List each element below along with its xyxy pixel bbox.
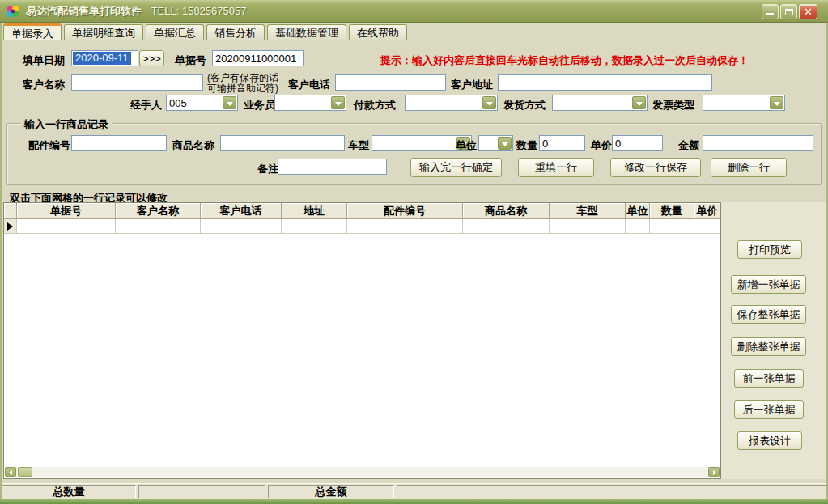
line-entry-group-title: 输入一行商品记录 bbox=[21, 117, 112, 132]
grid-cell[interactable] bbox=[201, 219, 282, 234]
window-title: 易达汽配销售单打印软件 TELL: 15825675057 bbox=[26, 0, 246, 23]
print-preview-button[interactable]: 打印预览 bbox=[737, 240, 802, 259]
amount-label: 金额 bbox=[678, 138, 699, 153]
grid-cell[interactable] bbox=[282, 219, 347, 234]
amount-input[interactable] bbox=[703, 135, 813, 151]
grid-cell[interactable] bbox=[626, 219, 650, 234]
unit-price-input[interactable] bbox=[612, 135, 663, 151]
tab-sales-analysis[interactable]: 销售分析 bbox=[206, 24, 265, 40]
quantity-input[interactable] bbox=[539, 135, 585, 151]
grid-cell[interactable] bbox=[463, 219, 550, 234]
scroll-left-button[interactable] bbox=[5, 467, 16, 477]
customer-name-input[interactable] bbox=[71, 74, 203, 91]
new-order-button[interactable]: 新增一张单据 bbox=[731, 275, 806, 294]
grid-header-row: 单据号 客户名称 客户电话 地址 配件编号 商品名称 车型 单位 数量 单价 bbox=[4, 203, 720, 219]
customer-name-label: 客户名称 bbox=[23, 78, 65, 92]
handler-select[interactable]: 005 bbox=[166, 95, 238, 111]
salesman-select[interactable] bbox=[274, 95, 346, 111]
column-header-unit-price[interactable]: 单价 bbox=[694, 203, 720, 219]
maximize-button[interactable] bbox=[780, 4, 797, 19]
shipping-method-label: 发货方式 bbox=[503, 98, 546, 112]
remark-input[interactable] bbox=[278, 159, 387, 175]
customer-address-label: 客户地址 bbox=[451, 78, 493, 92]
status-bar: 总数量 总金额 bbox=[0, 483, 828, 499]
modify-line-save-button[interactable]: 修改一行保存 bbox=[610, 158, 701, 177]
tab-online-help[interactable]: 在线帮助 bbox=[349, 24, 407, 40]
column-header-part-no[interactable]: 配件编号 bbox=[347, 203, 463, 219]
scroll-right-button[interactable] bbox=[708, 467, 720, 477]
customer-address-input[interactable] bbox=[498, 74, 712, 91]
total-quantity-value bbox=[138, 485, 265, 498]
title-bar: 易达汽配销售单打印软件 TELL: 15825675057 ✕ bbox=[0, 0, 828, 23]
report-design-button[interactable]: 报表设计 bbox=[737, 431, 802, 450]
grid-cell[interactable] bbox=[116, 219, 201, 234]
orders-data-grid[interactable]: 单据号 客户名称 客户电话 地址 配件编号 商品名称 车型 单位 数量 单价 bbox=[3, 202, 721, 479]
customer-phone-label: 客户电话 bbox=[288, 78, 330, 92]
order-date-label: 填单日期 bbox=[23, 53, 65, 68]
order-date-input[interactable]: 2020-09-11 bbox=[71, 50, 138, 66]
scrollbar-thumb[interactable] bbox=[18, 467, 32, 477]
dropdown-arrow-icon[interactable] bbox=[223, 96, 236, 109]
delete-line-button[interactable]: 删除一行 bbox=[711, 158, 787, 177]
customer-phone-input[interactable] bbox=[335, 74, 446, 91]
product-name-input[interactable] bbox=[220, 135, 345, 151]
part-no-input[interactable] bbox=[71, 135, 167, 151]
close-button[interactable]: ✕ bbox=[799, 4, 817, 19]
column-header-car-model[interactable]: 车型 bbox=[550, 203, 626, 219]
input-hint-text: 提示：输入好内容后直接回车光标自动往后移动，数据录入过一次后自动保存！ bbox=[380, 53, 749, 68]
invoice-type-select[interactable] bbox=[703, 95, 785, 111]
next-order-button[interactable]: 后一张单据 bbox=[734, 400, 804, 419]
refill-line-button[interactable]: 重填一行 bbox=[518, 158, 594, 177]
grid-cell[interactable] bbox=[650, 219, 694, 234]
part-no-label: 配件编号 bbox=[28, 138, 70, 153]
dropdown-arrow-icon[interactable] bbox=[331, 96, 345, 109]
quantity-label: 数量 bbox=[516, 138, 537, 153]
grid-cell[interactable] bbox=[694, 219, 720, 234]
tab-order-entry[interactable]: 单据录入 bbox=[3, 23, 62, 40]
payment-method-label: 付款方式 bbox=[354, 98, 396, 112]
tab-bar: 单据录入 单据明细查询 单据汇总 销售分析 基础数据管理 在线帮助 bbox=[3, 23, 407, 40]
horizontal-scrollbar[interactable] bbox=[5, 467, 720, 477]
column-header-quantity[interactable]: 数量 bbox=[650, 203, 694, 219]
customer-note-line2: 可输拼音助记符) bbox=[207, 83, 278, 94]
column-header-address[interactable]: 地址 bbox=[282, 203, 347, 219]
remark-label: 备注 bbox=[257, 162, 278, 176]
grid-cell[interactable] bbox=[550, 219, 626, 234]
shipping-method-select[interactable] bbox=[552, 95, 648, 111]
grid-current-row[interactable] bbox=[4, 219, 720, 234]
handler-value: 005 bbox=[169, 97, 187, 109]
salesman-label: 业务员 bbox=[244, 98, 275, 112]
tab-base-data-management[interactable]: 基础数据管理 bbox=[267, 24, 346, 40]
payment-method-select[interactable] bbox=[405, 95, 498, 111]
order-no-input[interactable] bbox=[212, 50, 304, 66]
column-header-order-no[interactable]: 单据号 bbox=[17, 203, 116, 219]
delete-order-button[interactable]: 删除整张单据 bbox=[731, 337, 806, 356]
tab-order-summary[interactable]: 单据汇总 bbox=[146, 24, 204, 40]
unit-price-label: 单价 bbox=[591, 138, 612, 153]
column-header-customer-phone[interactable]: 客户电话 bbox=[201, 203, 282, 219]
save-order-button[interactable]: 保存整张单据 bbox=[731, 305, 806, 324]
grid-selector-header bbox=[4, 203, 17, 219]
grid-cell[interactable] bbox=[17, 219, 116, 234]
dropdown-arrow-icon[interactable] bbox=[482, 96, 496, 109]
unit-select[interactable] bbox=[478, 135, 513, 151]
column-header-unit[interactable]: 单位 bbox=[626, 203, 650, 219]
column-header-customer-name[interactable]: 客户名称 bbox=[116, 203, 201, 219]
app-window: 易达汽配销售单打印软件 TELL: 15825675057 ✕ 单据录入 单据明… bbox=[0, 0, 828, 504]
row-selector-cell[interactable] bbox=[4, 219, 17, 234]
minimize-button[interactable] bbox=[762, 4, 779, 19]
dropdown-arrow-icon[interactable] bbox=[498, 137, 512, 150]
order-no-label: 单据号 bbox=[175, 53, 206, 68]
column-header-product-name[interactable]: 商品名称 bbox=[463, 203, 550, 219]
confirm-line-button[interactable]: 输入完一行确定 bbox=[410, 158, 502, 177]
app-title-text: 易达汽配销售单打印软件 bbox=[26, 5, 142, 17]
dropdown-arrow-icon[interactable] bbox=[770, 96, 783, 109]
minimize-icon bbox=[766, 13, 774, 15]
dropdown-arrow-icon[interactable] bbox=[632, 96, 646, 109]
prev-order-button[interactable]: 前一张单据 bbox=[734, 369, 804, 388]
close-icon: ✕ bbox=[800, 6, 817, 19]
date-expand-button[interactable]: >>> bbox=[139, 50, 164, 66]
tab-order-detail-query[interactable]: 单据明细查询 bbox=[64, 24, 143, 40]
grid-cell[interactable] bbox=[347, 219, 463, 234]
handler-label: 经手人 bbox=[130, 98, 162, 112]
